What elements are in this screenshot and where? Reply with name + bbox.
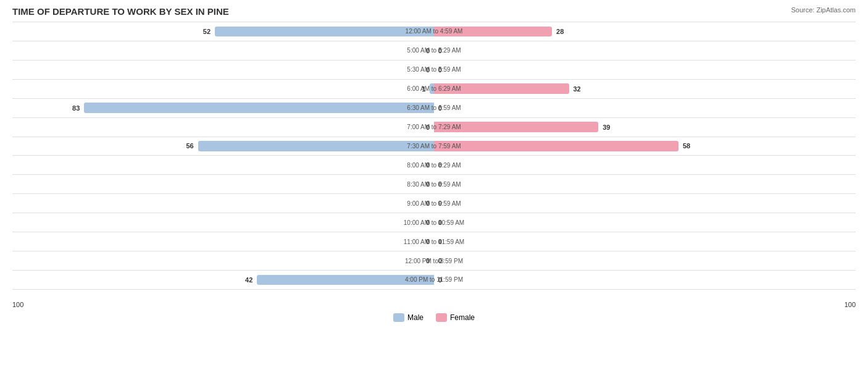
- male-value: 0: [426, 124, 430, 131]
- female-value: 0: [438, 200, 442, 207]
- male-value: 0: [426, 200, 430, 207]
- bar-row: 012:00 PM to 3:59 PM0: [12, 251, 856, 271]
- chart-area: 5212:00 AM to 4:59 AM2805:00 AM to 5:29 …: [12, 22, 856, 327]
- female-value: 0: [438, 257, 442, 264]
- right-section: 28: [434, 22, 856, 41]
- female-value: 32: [573, 85, 580, 93]
- left-section: 0: [12, 41, 434, 60]
- male-value: 0: [426, 47, 430, 54]
- male-value: 1: [422, 85, 425, 93]
- bar-row: 08:00 AM to 8:29 AM0: [12, 156, 856, 175]
- right-section: 32: [434, 80, 856, 98]
- right-section: 0: [434, 175, 856, 193]
- male-value: 56: [186, 142, 193, 150]
- rows-container: 5212:00 AM to 4:59 AM2805:00 AM to 5:29 …: [12, 22, 856, 290]
- female-bar: [434, 83, 569, 93]
- bar-row: 567:30 AM to 7:59 AM58: [12, 137, 856, 156]
- bar-row: 07:00 AM to 7:29 AM39: [12, 118, 856, 137]
- right-section: 39: [434, 118, 856, 137]
- bar-row: 011:00 AM to 11:59 AM0: [12, 232, 856, 251]
- female-bar: [434, 141, 678, 151]
- male-bar: [430, 83, 434, 93]
- male-value: 0: [426, 66, 430, 74]
- male-value: 52: [203, 28, 211, 35]
- left-section: 0: [12, 194, 434, 213]
- female-bar: [434, 122, 598, 132]
- right-section: 0: [434, 213, 856, 232]
- bar-row: 09:00 AM to 9:59 AM0: [12, 194, 856, 213]
- bar-row: 836:30 AM to 6:59 AM0: [12, 99, 856, 118]
- legend-female-label: Female: [450, 313, 475, 322]
- legend-male-label: Male: [407, 313, 424, 322]
- left-section: 1: [12, 80, 434, 98]
- legend: Male Female: [12, 313, 856, 322]
- legend-female-box: [436, 313, 447, 322]
- right-section: 0: [434, 232, 856, 251]
- left-section: 0: [12, 118, 434, 137]
- right-section: 0: [434, 156, 856, 174]
- female-value: 0: [438, 180, 442, 188]
- male-value: 0: [426, 257, 430, 264]
- right-section: 0: [434, 99, 856, 117]
- left-section: 0: [12, 156, 434, 174]
- bar-row: 05:00 AM to 5:29 AM0: [12, 41, 856, 61]
- male-bar: [215, 27, 434, 36]
- right-section: 0: [434, 194, 856, 213]
- left-section: 52: [12, 22, 434, 41]
- axis-labels: 100 100: [12, 301, 856, 308]
- female-value: 0: [438, 161, 442, 169]
- female-value: 58: [683, 142, 690, 150]
- chart-title: TIME OF DEPARTURE TO WORK BY SEX IN PINE: [12, 6, 856, 17]
- female-value: 28: [556, 28, 564, 35]
- male-value: 0: [426, 180, 430, 188]
- female-bar: [434, 27, 552, 36]
- left-section: 83: [12, 99, 434, 117]
- left-section: 0: [12, 61, 434, 79]
- male-value: 0: [426, 238, 430, 245]
- bar-row: 16:00 AM to 6:29 AM32: [12, 80, 856, 99]
- axis-right: 100: [845, 301, 856, 308]
- male-bar: [198, 141, 434, 151]
- bar-row: 05:30 AM to 5:59 AM0: [12, 61, 856, 80]
- legend-male: Male: [393, 313, 424, 322]
- male-value: 42: [245, 276, 252, 284]
- male-value: 83: [72, 104, 80, 112]
- left-section: 0: [12, 251, 434, 270]
- female-value: 0: [438, 219, 442, 226]
- female-value: 0: [438, 238, 442, 245]
- right-section: 0: [434, 61, 856, 79]
- bar-row: 5212:00 AM to 4:59 AM28: [12, 22, 856, 41]
- legend-male-box: [393, 313, 404, 322]
- legend-female: Female: [436, 313, 475, 322]
- left-section: 56: [12, 137, 434, 156]
- chart-container: TIME OF DEPARTURE TO WORK BY SEX IN PINE…: [0, 0, 868, 367]
- right-section: 0: [434, 271, 856, 289]
- left-section: 42: [12, 271, 434, 289]
- source-label: Source: ZipAtlas.com: [791, 6, 856, 14]
- male-value: 0: [426, 219, 430, 226]
- bar-row: 424:00 PM to 11:59 PM0: [12, 271, 856, 290]
- right-section: 0: [434, 251, 856, 270]
- male-value: 0: [426, 161, 430, 169]
- left-section: 0: [12, 175, 434, 193]
- female-value: 0: [438, 47, 442, 54]
- male-bar: [257, 275, 434, 285]
- female-value: 0: [438, 66, 442, 74]
- right-section: 0: [434, 41, 856, 60]
- female-value: 0: [438, 276, 442, 284]
- left-section: 0: [12, 213, 434, 232]
- left-section: 0: [12, 232, 434, 251]
- right-section: 58: [434, 137, 856, 156]
- axis-left: 100: [12, 301, 23, 308]
- bar-row: 08:30 AM to 8:59 AM0: [12, 175, 856, 194]
- female-value: 39: [603, 124, 610, 131]
- male-bar: [84, 103, 434, 112]
- bar-row: 010:00 AM to 10:59 AM0: [12, 213, 856, 232]
- female-value: 0: [438, 104, 442, 112]
